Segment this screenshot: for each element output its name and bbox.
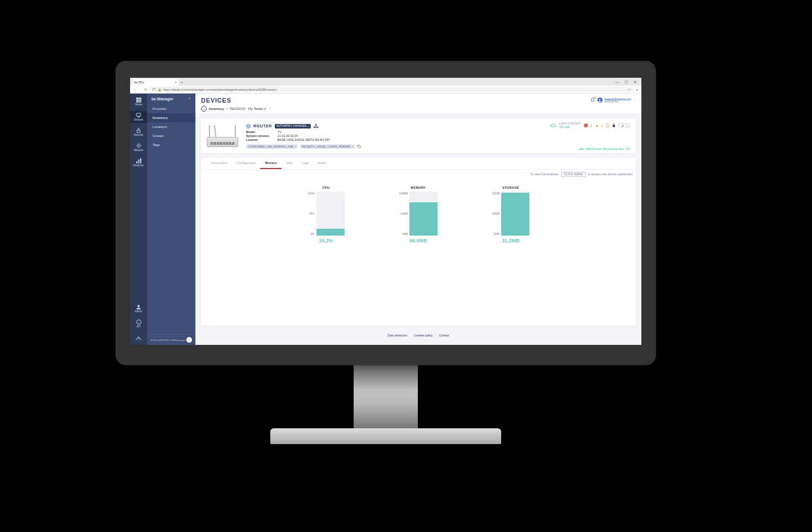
svg-rect-10 [137, 117, 140, 117]
info-icon: i [136, 320, 141, 325]
svg-rect-22 [138, 159, 139, 163]
chip-close-icon[interactable]: × [352, 145, 354, 148]
collapse-sidebar-button[interactable]: ‹ [186, 337, 192, 343]
alert-file-icon[interactable] [606, 123, 609, 127]
tab-logs[interactable]: Logs [297, 158, 314, 169]
gauge-label: MEMORY [411, 186, 426, 189]
tab-information[interactable]: Information [207, 158, 232, 169]
tab-monitor[interactable]: Monitor [260, 158, 281, 169]
badge-close-icon[interactable]: × [307, 125, 309, 128]
sidebar-item-groups[interactable]: Groups [147, 131, 195, 140]
lock-icon: 🔒 [158, 88, 162, 91]
user-area[interactable]: marce@marce.inc MARCE INC. ⌄ [590, 97, 636, 104]
avatar[interactable] [597, 97, 603, 103]
lock-icon[interactable] [612, 123, 615, 127]
sidebar-menu: Provision Inventory Locations Groups Tag… [147, 104, 195, 149]
svg-rect-9 [136, 113, 141, 116]
tab-configuration[interactable]: Configuration [232, 158, 260, 169]
rail-item-analytics[interactable]: Analytics [130, 157, 147, 169]
globe-icon [246, 124, 251, 128]
tab-alerts[interactable]: Alerts [314, 158, 331, 169]
breadcrumb-root[interactable]: Inventory [209, 107, 224, 110]
device-chip[interactable]: RECENTLY_ADDED_CONFIG_PENDING× [300, 144, 355, 149]
svg-point-27 [599, 99, 601, 101]
sidebar-item-tags[interactable]: Tags [147, 140, 195, 149]
breadcrumb-back-button[interactable]: ‹ [201, 106, 207, 112]
breadcrumb-path: 792/20727 · My Teldat-V [230, 107, 266, 110]
chart-icon [136, 158, 141, 163]
svg-rect-32 [314, 127, 315, 128]
footer-link[interactable]: Contact [439, 334, 449, 337]
tick-label: 64MB [400, 212, 408, 215]
svg-rect-4 [138, 100, 140, 101]
svg-line-18 [140, 147, 140, 148]
device-chip[interactable]: CONFIGURED_AND_WORKING_FINE× [246, 144, 298, 149]
browser-menu-button[interactable]: ≡ [636, 88, 638, 91]
chevron-down-icon[interactable]: ⌄ [633, 99, 636, 102]
tag-icon[interactable] [358, 145, 362, 149]
rail-item-admin[interactable]: Admin [130, 303, 147, 314]
alert-critical-badge[interactable]: ! [584, 123, 588, 127]
footer-link[interactable]: Data protection [387, 334, 407, 337]
alert-count: 1 [591, 124, 592, 127]
nav-rail: Home Devices Security Network Analytics [130, 94, 147, 345]
gauge-memory: MEMORY 128MB 64MB 0MB 96.6MB [387, 186, 449, 243]
svg-rect-2 [140, 97, 141, 99]
autoapply-badge[interactable]: AUTOAPPLY CHANGES × [275, 124, 311, 128]
shield-icon: ⛉ [153, 88, 156, 91]
sidebar-item-provision[interactable]: Provision [147, 104, 195, 113]
device-actions-button[interactable]: ⌄ [618, 123, 630, 127]
chevron-up-icon[interactable]: ⌃ [269, 107, 271, 110]
window-minimize-button[interactable]: — [614, 80, 620, 85]
tab-jobs[interactable]: Jobs [282, 158, 297, 169]
new-tab-button[interactable]: + [179, 79, 185, 86]
rail-item-home[interactable]: Home [130, 96, 147, 108]
rail-item-security[interactable]: Security [130, 126, 147, 138]
rail-item-label: Security [134, 134, 144, 136]
chip-close-icon[interactable]: × [295, 145, 296, 148]
cloud-icon [550, 123, 556, 128]
tick-label: 16MB [492, 212, 499, 215]
device-summary-card: ROUTER AUTOAPPLY CHANGES × Model: TV [201, 119, 636, 153]
svg-rect-31 [315, 124, 316, 125]
tab-close-icon[interactable]: × [175, 81, 177, 84]
sidebar-item-inventory[interactable]: Inventory [147, 113, 195, 122]
user-org: MARCE INC. [605, 101, 631, 104]
rail-item-devices[interactable]: Devices [130, 111, 147, 123]
bookmark-icon[interactable]: ☆ [628, 87, 631, 91]
gauge-fill [316, 229, 345, 236]
svg-text:i: i [138, 321, 139, 324]
device-status-bar: LAST CONTACT 42s ago ! 1 ▲ 2 [550, 123, 630, 128]
wrench-icon [621, 124, 624, 127]
url-field[interactable]: ⛉ 🔒 https://teldat.cloudnetmanager.com/w… [149, 87, 634, 92]
spec-value: BASE VDSL2/ADSL METH WLAN DPI [278, 138, 630, 141]
alert-warning-icon[interactable]: ▲ [595, 123, 599, 127]
bell-icon[interactable] [590, 97, 595, 103]
rail-item-api[interactable]: i API [130, 318, 147, 330]
footer-link[interactable]: Cookies policy [414, 334, 432, 337]
rail-item-network[interactable]: Network [130, 141, 147, 153]
chevron-up-icon[interactable]: ⌃ [188, 97, 191, 101]
analytics-click-here-button[interactable]: CLICK HERE [561, 172, 586, 177]
alert-count: 2 [601, 124, 603, 127]
license-status: Valid license (Remaining days: 31) [579, 147, 630, 150]
nav-reload-button[interactable]: ⟳ [144, 88, 147, 91]
spec-key: System version: [246, 134, 278, 138]
gauge-fill [501, 193, 529, 236]
sidebar-header: be.Manager ⌃ [147, 94, 195, 104]
analytics-note: To view full analytics CLICK HERE to acc… [201, 170, 636, 183]
window-maximize-button[interactable]: ▢ [623, 80, 629, 85]
topology-icon[interactable] [314, 124, 318, 128]
window-close-button[interactable]: ✕ [632, 80, 638, 85]
svg-line-19 [140, 144, 140, 144]
sidebar-item-locations[interactable]: Locations [147, 122, 195, 131]
rail-item-label: API [136, 325, 141, 328]
main-header: DEVICES marce@marce.inc MARCE INC. ⌄ [195, 94, 641, 114]
nav-back-button[interactable]: ← [133, 88, 137, 91]
gauge-label: STORAGE [502, 186, 519, 189]
sidebar-title: be.Manager [151, 97, 173, 101]
browser-tab[interactable]: be.SDx × [132, 79, 179, 86]
nav-forward-button[interactable]: → [139, 88, 142, 91]
svg-rect-33 [315, 127, 316, 128]
svg-point-35 [358, 145, 359, 146]
